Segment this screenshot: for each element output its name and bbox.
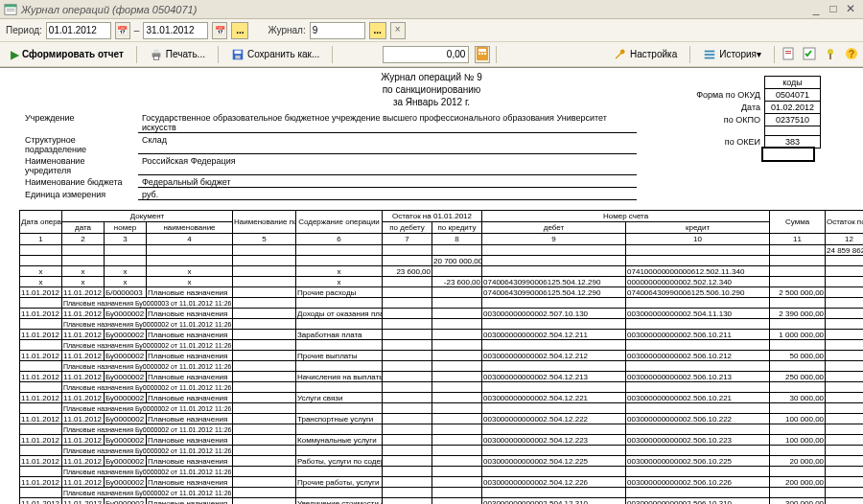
save-as-button[interactable]: Сохранить как... bbox=[224, 45, 326, 64]
period-label: Период: bbox=[6, 25, 42, 35]
svg-rect-9 bbox=[235, 55, 240, 58]
separator bbox=[136, 46, 137, 63]
svg-rect-23 bbox=[829, 54, 831, 59]
svg-rect-16 bbox=[705, 54, 715, 56]
calculator-button[interactable] bbox=[475, 46, 490, 63]
period-row: Период: 📅 – 📅 ... Журнал: ... × bbox=[0, 19, 863, 42]
toolbar-icon-3[interactable] bbox=[823, 47, 838, 62]
page-icon bbox=[781, 47, 795, 60]
printer-icon bbox=[150, 48, 163, 61]
journal-label: Журнал: bbox=[268, 25, 305, 35]
toolbar-icon-1[interactable] bbox=[781, 47, 796, 62]
history-button[interactable]: История▾ bbox=[696, 45, 768, 64]
svg-rect-19 bbox=[785, 51, 791, 52]
period-to-input[interactable] bbox=[143, 22, 208, 39]
svg-rect-2 bbox=[7, 9, 15, 10]
calendar-to-button[interactable]: 📅 bbox=[212, 22, 227, 39]
toolbar: ▶ Сформировать отчет Печать... Сохранить… bbox=[0, 42, 863, 67]
separator bbox=[689, 46, 690, 63]
titlebar: Журнал операций (форма 0504071) _ □ ✕ bbox=[0, 0, 863, 19]
period-from-input[interactable] bbox=[46, 22, 111, 39]
app-icon bbox=[4, 3, 17, 16]
wrench-icon bbox=[614, 48, 627, 61]
form-report-button[interactable]: ▶ Сформировать отчет bbox=[4, 45, 130, 64]
close-button[interactable]: ✕ bbox=[842, 2, 859, 17]
data-table: Дата операций Документ Наименование пока… bbox=[19, 210, 863, 504]
play-icon: ▶ bbox=[11, 48, 19, 61]
svg-rect-1 bbox=[5, 4, 16, 7]
meta-table: УчреждениеГосударственное образовательно… bbox=[19, 111, 639, 202]
pin-icon bbox=[824, 47, 837, 60]
help-button[interactable]: ? bbox=[844, 47, 859, 62]
dash: – bbox=[134, 25, 140, 35]
svg-rect-8 bbox=[234, 50, 241, 54]
checklist-icon bbox=[803, 47, 816, 60]
svg-text:?: ? bbox=[849, 49, 854, 59]
settings-button[interactable]: Настройка bbox=[607, 45, 684, 64]
codes-table: коды Форма по ОКУД0504071 Дата01.02.2012… bbox=[690, 76, 821, 149]
toolbar-icon-2[interactable] bbox=[802, 47, 817, 62]
minimize-button[interactable]: _ bbox=[807, 2, 825, 17]
svg-rect-11 bbox=[478, 49, 486, 52]
print-button[interactable]: Печать... bbox=[143, 45, 212, 64]
svg-rect-5 bbox=[153, 49, 158, 53]
maximize-button[interactable]: □ bbox=[825, 2, 842, 17]
sum-field[interactable] bbox=[383, 46, 469, 63]
svg-rect-12 bbox=[478, 53, 480, 55]
journal-input[interactable] bbox=[310, 22, 365, 39]
journal-clear-button[interactable]: × bbox=[390, 22, 406, 39]
calendar-from-button[interactable]: 📅 bbox=[115, 22, 130, 39]
period-picker-button[interactable]: ... bbox=[231, 22, 248, 39]
diskette-icon bbox=[231, 48, 245, 61]
svg-rect-3 bbox=[7, 10, 15, 11]
svg-rect-15 bbox=[705, 50, 715, 52]
svg-rect-14 bbox=[484, 53, 486, 55]
report-area[interactable]: Журнал операций № 9 по санкционированию … bbox=[0, 67, 863, 504]
question-icon: ? bbox=[845, 47, 858, 60]
journal-picker-button[interactable]: ... bbox=[369, 22, 386, 39]
separator bbox=[496, 46, 497, 63]
window-title: Журнал операций (форма 0504071) bbox=[21, 4, 807, 15]
black-box bbox=[761, 147, 815, 162]
separator bbox=[774, 46, 775, 63]
svg-rect-20 bbox=[785, 53, 791, 54]
list-icon bbox=[703, 48, 716, 61]
separator bbox=[218, 46, 219, 63]
svg-rect-17 bbox=[705, 57, 715, 58]
svg-rect-6 bbox=[153, 56, 158, 59]
separator bbox=[332, 46, 333, 63]
calculator-icon bbox=[477, 47, 488, 60]
svg-rect-13 bbox=[481, 53, 483, 55]
